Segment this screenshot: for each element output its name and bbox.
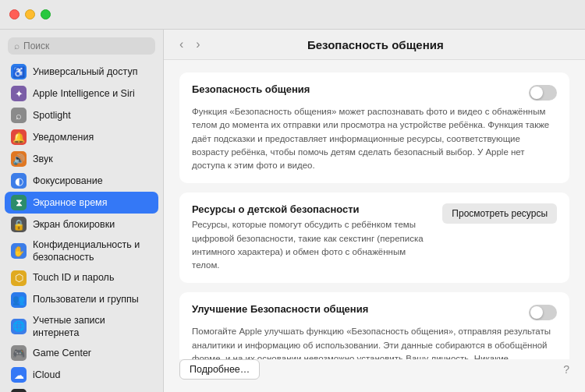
minimize-button[interactable] — [25, 9, 35, 19]
communication-safety-title: Безопасность общения — [192, 83, 310, 95]
users-label: Пользователи и группы — [33, 293, 139, 305]
sidebar-item-touch-id[interactable]: ⬡Touch ID и пароль — [5, 267, 158, 289]
game-center-icon: 🎮 — [11, 345, 27, 361]
focus-icon: ◐ — [11, 173, 27, 189]
communication-safety-toggle[interactable] — [529, 85, 557, 101]
sidebar-item-game-center[interactable]: 🎮Game Center — [5, 342, 158, 364]
internet-accounts-label: Учетные записи интернета — [33, 314, 152, 340]
sound-icon: 🔊 — [11, 151, 27, 167]
spotlight-label: Spotlight — [33, 109, 71, 122]
sidebar: ⌕ ♿Универсальный доступ✦Apple Intelligen… — [0, 30, 164, 392]
focus-label: Фокусирование — [33, 175, 103, 187]
card-child-safety-resources: Ресурсы о детской безопасностиРесурсы, к… — [179, 192, 569, 283]
icloud-icon: ☁ — [11, 367, 27, 383]
content-area: ‹ › Безопасность общения Безопасность об… — [164, 30, 585, 392]
communication-safety-body: Функция «Безопасность общения» может рас… — [192, 105, 557, 172]
sidebar-item-sound[interactable]: 🔊Звук — [5, 148, 158, 170]
notifications-label: Уведомления — [33, 131, 94, 143]
titlebar — [0, 0, 585, 30]
traffic-lights — [9, 9, 51, 19]
sidebar-item-spotlight[interactable]: ⌕Spotlight — [5, 104, 158, 126]
search-input[interactable] — [23, 41, 149, 51]
screen-time-icon: ⧗ — [11, 195, 27, 210]
lock-screen-label: Экран блокировки — [33, 218, 115, 231]
content-body: Безопасность общенияФункция «Безопасност… — [164, 60, 585, 359]
improve-communication-safety-title: Улучшение Безопасности общения — [192, 303, 368, 315]
content-header: ‹ › Безопасность общения — [164, 30, 585, 60]
lock-screen-icon: 🔒 — [11, 217, 27, 232]
sidebar-item-icloud[interactable]: ☁iCloud — [5, 364, 158, 386]
internet-accounts-icon: 🌐 — [11, 319, 27, 334]
card-communication-safety: Безопасность общенияФункция «Безопасност… — [179, 72, 569, 183]
universal-access-label: Универсальный доступ — [33, 65, 137, 78]
back-button[interactable]: ‹ — [176, 36, 186, 53]
sidebar-item-focus[interactable]: ◐Фокусирование — [5, 170, 158, 192]
child-safety-resources-text-area: Ресурсы о детской безопасностиРесурсы, к… — [192, 203, 433, 272]
privacy-label: Конфиденциальность и безопасность — [33, 238, 152, 264]
sidebar-item-privacy[interactable]: ✋Конфиденциальность и безопасность — [5, 235, 158, 267]
help-icon[interactable]: ? — [563, 363, 569, 376]
screen-time-label: Экранное время — [33, 196, 107, 209]
wallet-icon: 💳 — [11, 389, 27, 392]
search-bar[interactable]: ⌕ — [8, 37, 155, 55]
touch-id-label: Touch ID и пароль — [33, 271, 114, 284]
apple-intelligence-icon: ✦ — [11, 86, 27, 101]
main-layout: ⌕ ♿Универсальный доступ✦Apple Intelligen… — [0, 30, 585, 392]
search-icon: ⌕ — [14, 41, 20, 51]
sidebar-item-internet-accounts[interactable]: 🌐Учетные записи интернета — [5, 311, 158, 343]
close-button[interactable] — [9, 9, 20, 19]
child-safety-resources-title: Ресурсы о детской безопасности — [192, 203, 433, 215]
sidebar-item-notifications[interactable]: 🔔Уведомления — [5, 126, 158, 148]
sidebar-item-lock-screen[interactable]: 🔒Экран блокировки — [5, 214, 158, 235]
apple-intelligence-label: Apple Intelligence и Siri — [33, 87, 135, 100]
game-center-label: Game Center — [33, 347, 91, 359]
sidebar-item-universal-access[interactable]: ♿Универсальный доступ — [5, 61, 158, 83]
child-safety-resources-body: Ресурсы, которые помогут обсудить с ребё… — [192, 218, 433, 272]
sidebar-item-screen-time[interactable]: ⧗Экранное время — [5, 192, 158, 214]
details-button[interactable]: Подробнее… — [179, 359, 260, 380]
page-title: Безопасность общения — [210, 38, 541, 51]
icloud-label: iCloud — [33, 369, 60, 381]
bottom-actions: Подробнее… ? — [164, 359, 585, 392]
privacy-icon: ✋ — [11, 243, 27, 259]
spotlight-icon: ⌕ — [11, 108, 27, 123]
sound-label: Звук — [33, 153, 53, 165]
touch-id-icon: ⬡ — [11, 270, 27, 286]
users-icon: 👥 — [11, 292, 27, 308]
sidebar-item-wallet[interactable]: 💳Wallet и Apple Pay — [5, 386, 158, 392]
universal-access-icon: ♿ — [11, 64, 27, 79]
improve-communication-safety-toggle[interactable] — [529, 305, 557, 320]
child-safety-resources-button[interactable]: Просмотреть ресурсы — [442, 203, 557, 224]
sidebar-list: ♿Универсальный доступ✦Apple Intelligence… — [0, 61, 163, 392]
maximize-button[interactable] — [41, 9, 51, 19]
card-improve-communication-safety: Улучшение Безопасности общенияПомогайте … — [179, 292, 569, 359]
notifications-icon: 🔔 — [11, 129, 27, 145]
improve-communication-safety-header: Улучшение Безопасности общения — [192, 303, 557, 320]
communication-safety-header: Безопасность общения — [192, 83, 557, 101]
forward-button[interactable]: › — [193, 36, 203, 53]
sidebar-item-users[interactable]: 👥Пользователи и группы — [5, 289, 158, 311]
improve-communication-safety-body: Помогайте Apple улучшать функцию «Безопа… — [192, 325, 557, 359]
sidebar-item-apple-intelligence[interactable]: ✦Apple Intelligence и Siri — [5, 83, 158, 104]
